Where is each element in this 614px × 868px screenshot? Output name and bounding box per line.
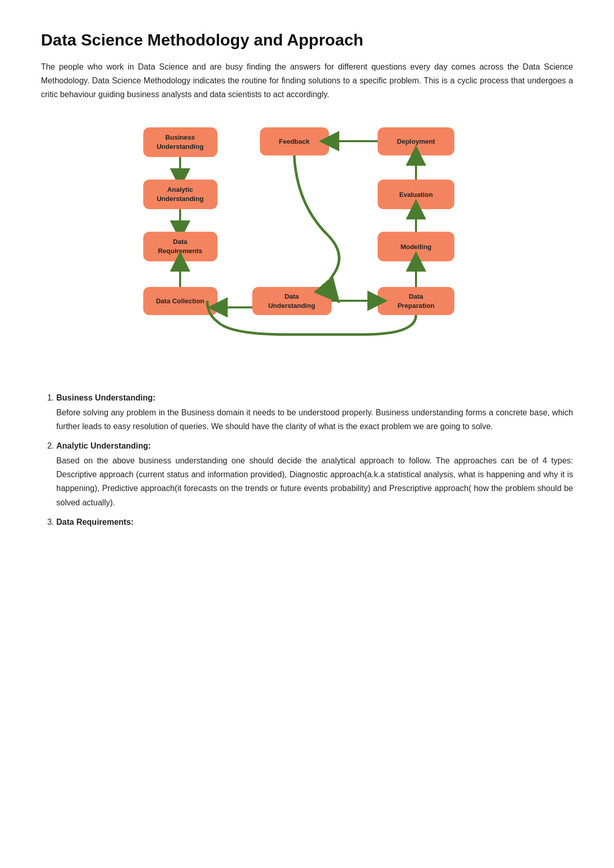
svg-text:Data: Data [284,293,299,300]
list-item-2: Analytic Understanding: Based on the abo… [56,441,573,509]
svg-text:Modelling: Modelling [401,243,432,251]
list-item-3: Data Requirements: [56,518,573,527]
methodology-list: Business Understanding: Before solving a… [41,393,573,527]
intro-paragraph: The people who work in Data Science and … [41,60,573,102]
data-requirements-box [143,232,217,261]
svg-text:Deployment: Deployment [397,138,435,145]
diagram-container: Business Understanding Analytic Understa… [41,122,573,368]
svg-text:Feedback: Feedback [279,138,310,145]
svg-text:Understanding: Understanding [268,302,315,309]
methodology-diagram: Business Understanding Analytic Understa… [128,122,486,342]
item-1-label: Business Understanding: [56,393,156,402]
business-understanding-label: Business [165,133,195,141]
svg-text:Preparation: Preparation [398,302,434,309]
item-2-body: Based on the above business understandin… [56,454,573,509]
svg-text:Data: Data [173,238,188,246]
page-title: Data Science Methodology and Approach [41,31,573,50]
item-3-label: Data Requirements: [56,518,134,526]
svg-text:Evaluation: Evaluation [399,191,433,198]
svg-text:Data: Data [409,293,424,300]
data-preparation-box [378,287,454,315]
svg-text:Analytic: Analytic [167,186,193,193]
data-understanding-box [252,287,332,315]
svg-text:Requirements: Requirements [158,247,203,255]
list-item-1: Business Understanding: Before solving a… [56,393,573,433]
svg-text:Understanding: Understanding [157,143,204,150]
item-1-body: Before solving any problem in the Busine… [56,406,573,433]
curve-feedback-to-du [294,155,339,294]
analytic-understanding-box [143,180,217,209]
business-understanding-box [143,127,217,157]
svg-text:Understanding: Understanding [157,195,204,203]
svg-text:Data Collection: Data Collection [156,297,205,305]
item-2-label: Analytic Understanding: [56,441,151,450]
